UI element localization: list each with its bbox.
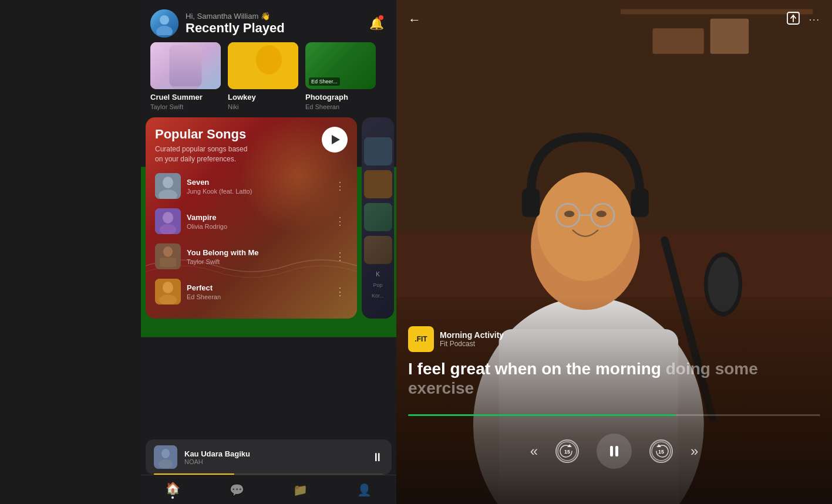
photograph-thumb: Ed Sheer... — [305, 42, 376, 89]
seven-thumb — [155, 173, 181, 199]
svg-text:15: 15 — [564, 449, 570, 455]
svg-text:15: 15 — [658, 449, 664, 455]
podcast-badge: .FIT Morning Activity Fit Podcast — [408, 326, 820, 352]
forward-all-button[interactable]: » — [690, 443, 698, 459]
belong-art — [155, 243, 181, 269]
svg-rect-18 — [160, 258, 176, 267]
progress-fill — [408, 414, 676, 416]
vampire-art — [155, 208, 181, 234]
svg-rect-23 — [364, 170, 392, 198]
bottom-navigation: 🏠 💬 📁 👤 — [141, 475, 396, 504]
profile-icon: 👤 — [357, 483, 372, 497]
recently-card-photograph[interactable]: Ed Sheer... Photograph Ed Sheeran — [305, 42, 376, 110]
vampire-info: Vampire Olivia Rodrigo — [187, 213, 326, 230]
svg-point-36 — [537, 172, 634, 282]
seven-info: Seven Jung Kook (feat. Latto) — [187, 178, 326, 195]
song-item-belong[interactable]: You Belong with Me Taylor Swift ⋮ — [155, 239, 348, 274]
home-icon: 🏠 — [166, 481, 180, 495]
mini-player-artist: NOAH — [184, 458, 365, 465]
perfect-title: Perfect — [187, 283, 326, 292]
nav-profile[interactable]: 👤 — [357, 483, 372, 497]
mini-player-title: Kau Udara Bagiku — [184, 449, 365, 458]
svg-point-37 — [564, 211, 574, 217]
popular-songs-desc: Curated popular songs based on your dail… — [155, 144, 249, 164]
play-icon — [332, 135, 340, 144]
share-button[interactable] — [787, 12, 800, 28]
svg-rect-42 — [522, 188, 540, 217]
mini-pause-button[interactable]: ⏸ — [372, 451, 383, 464]
play-all-button[interactable] — [322, 127, 348, 153]
svg-point-26 — [159, 459, 173, 469]
nav-search[interactable]: 💬 — [230, 483, 244, 497]
seven-art — [155, 173, 181, 199]
mini-player-thumb — [154, 445, 177, 469]
podcast-background — [396, 0, 832, 504]
song-item-perfect[interactable]: Perfect Ed Sheeran ⋮ — [155, 274, 348, 309]
svg-point-11 — [163, 177, 173, 188]
belong-more-button[interactable]: ⋮ — [332, 248, 348, 265]
podcast-info: .FIT Morning Activity Fit Podcast I feel… — [396, 326, 832, 398]
left-spacer — [0, 0, 141, 504]
belong-info: You Belong with Me Taylor Swift — [187, 248, 326, 265]
popular-songs-card[interactable]: Popular Songs Curated popular songs base… — [146, 117, 357, 319]
perfect-more-button[interactable]: ⋮ — [332, 283, 348, 300]
svg-point-20 — [163, 282, 173, 293]
podcast-quote: I feel great when on the morning doing s… — [408, 359, 820, 398]
popular-songs-title: Popular Songs — [155, 127, 348, 142]
svg-point-17 — [163, 246, 173, 257]
podcast-controls: « 15 15 » — [396, 434, 832, 469]
mini-player-info: Kau Udara Bagiku NOAH — [184, 449, 365, 465]
search-icon: 💬 — [230, 483, 244, 497]
podcast-episode-title: Morning Activity — [440, 330, 504, 340]
podcast-badge-text: Morning Activity Fit Podcast — [440, 330, 504, 348]
svg-point-38 — [596, 211, 606, 217]
belong-thumb — [155, 243, 181, 269]
perfect-info: Perfect Ed Sheeran — [187, 283, 326, 300]
rewind-all-button[interactable]: « — [530, 443, 538, 459]
forward-15-button[interactable]: 15 — [649, 439, 673, 463]
perfect-artist: Ed Sheeran — [187, 293, 326, 300]
podcast-show-name: Fit Podcast — [440, 340, 504, 348]
svg-point-25 — [161, 449, 170, 458]
svg-rect-54 — [610, 446, 613, 456]
vampire-artist: Olivia Rodrigo — [187, 223, 326, 230]
peek-card[interactable]: K Pop Kor... — [362, 117, 394, 319]
podcast-progress[interactable] — [408, 414, 820, 416]
mini-player[interactable]: Kau Udara Bagiku NOAH ⏸ — [146, 439, 392, 475]
belong-artist: Taylor Swift — [187, 258, 326, 265]
podcast-header-actions: ··· — [787, 12, 820, 28]
photograph-art: Ed Sheer... — [305, 42, 376, 89]
recently-played-list: Cruel Summer Taylor Swift Lowkey Niki — [141, 42, 396, 117]
vampire-more-button[interactable]: ⋮ — [332, 212, 348, 230]
podcast-player: ← ··· .FIT Morning Activity Fit Podcast … — [396, 0, 832, 504]
belong-title: You Belong with Me — [187, 248, 326, 257]
perfect-thumb — [155, 279, 181, 305]
fit-logo: .FIT — [408, 326, 434, 352]
song-item-vampire[interactable]: Vampire Olivia Rodrigo ⋮ — [155, 204, 348, 239]
svg-rect-43 — [631, 188, 649, 217]
more-options-button[interactable]: ··· — [809, 15, 820, 25]
nav-home[interactable]: 🏠 — [166, 481, 180, 499]
rewind-15-button[interactable]: 15 — [555, 439, 579, 463]
seven-title: Seven — [187, 178, 326, 187]
podcast-header: ← ··· — [396, 0, 832, 39]
svg-rect-55 — [615, 446, 618, 456]
seven-more-button[interactable]: ⋮ — [332, 177, 348, 195]
podcast-quote-main: I feel great when on the morning — [408, 360, 666, 378]
svg-rect-22 — [364, 137, 392, 165]
vampire-thumb — [155, 208, 181, 234]
nav-library[interactable]: 📁 — [293, 483, 308, 497]
svg-point-14 — [163, 212, 173, 224]
perfect-art — [155, 279, 181, 305]
phone-ui: Hi, Samantha William 👋 Recently Played 🔔 — [141, 0, 396, 504]
pause-button[interactable] — [597, 434, 632, 469]
seven-artist: Jung Kook (feat. Latto) — [187, 188, 326, 195]
vampire-title: Vampire — [187, 213, 326, 222]
song-item-seven[interactable]: Seven Jung Kook (feat. Latto) ⋮ — [155, 168, 348, 204]
progress-track — [408, 414, 820, 416]
song-list: Seven Jung Kook (feat. Latto) ⋮ — [155, 168, 348, 309]
nav-home-dot — [171, 496, 174, 499]
back-button[interactable]: ← — [408, 12, 421, 28]
library-icon: 📁 — [293, 483, 308, 497]
